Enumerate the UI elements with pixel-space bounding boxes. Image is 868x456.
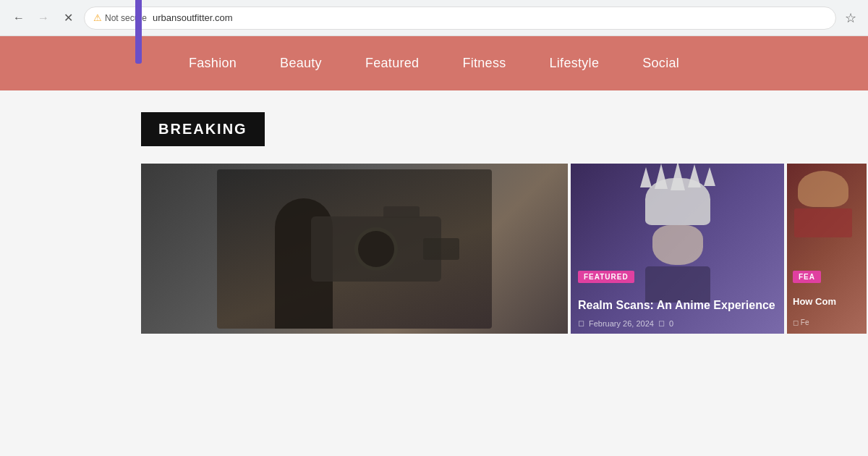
camera-top	[383, 206, 420, 218]
figure-overlay	[141, 164, 568, 334]
card2-title: Realm Scans: An Anime Experience	[578, 298, 777, 313]
nav-item-lifestyle[interactable]: Lifestyle	[550, 56, 600, 71]
nav-item-fashion[interactable]: Fashion	[189, 56, 237, 71]
card3-date-text: Fe	[801, 318, 809, 326]
content-area: BREAKING	[0, 90, 868, 334]
card3-date-icon: ◻	[793, 318, 799, 326]
nav-item-fitness[interactable]: Fitness	[462, 56, 506, 71]
url-text: urbansoutfitter.com	[153, 12, 233, 23]
anime-character	[627, 167, 728, 283]
card-tertiary[interactable]: FEA How Com ◻ Fe	[787, 164, 867, 334]
breaking-label: BREAKING	[141, 112, 265, 146]
anime-face	[652, 225, 703, 265]
card3-face	[798, 171, 848, 207]
arrow-annotation	[127, 0, 150, 64]
close-button[interactable]: ✕	[58, 8, 78, 28]
card2-date: ◻ February 26, 2024 ◻ 0	[578, 318, 673, 328]
warning-icon: ⚠	[93, 12, 102, 23]
card3-badge: FEA	[793, 271, 821, 283]
card-main-bg	[141, 164, 568, 334]
card-secondary-bg: FEATURED Realm Scans: An Anime Experienc…	[571, 164, 784, 334]
nav-buttons: ← → ✕	[9, 8, 78, 28]
annotation-wrapper: Fashion Beauty Featured Fitness Lifestyl…	[0, 36, 868, 334]
card2-count-icon: ◻	[658, 318, 665, 328]
nav-item-featured[interactable]: Featured	[365, 56, 419, 71]
nav-item-beauty[interactable]: Beauty	[280, 56, 322, 71]
forward-button[interactable]: →	[33, 8, 54, 28]
camera-body-right	[423, 238, 459, 260]
card-secondary[interactable]: FEATURED Realm Scans: An Anime Experienc…	[571, 164, 784, 334]
card3-date: ◻ Fe	[793, 318, 809, 326]
featured-badge: FEATURED	[578, 271, 634, 283]
nav-item-social[interactable]: Social	[642, 56, 679, 71]
camera-scene	[217, 169, 492, 329]
card3-figure	[787, 171, 867, 287]
calendar-icon: ◻	[578, 318, 584, 328]
address-bar[interactable]: ⚠ Not secure urbansoutfitter.com	[84, 7, 836, 30]
camera-lens	[354, 227, 398, 271]
arrow-shaft	[135, 0, 142, 64]
anime-body	[645, 266, 710, 303]
hair-spikes	[642, 167, 714, 190]
cards-row: FEATURED Realm Scans: An Anime Experienc…	[141, 164, 868, 334]
card2-date-text: February 26, 2024	[589, 319, 654, 328]
card3-body	[794, 208, 852, 237]
card-main[interactable]	[141, 164, 568, 334]
bookmark-button[interactable]: ☆	[842, 7, 859, 29]
card2-count: 0	[669, 319, 673, 328]
back-button[interactable]: ←	[9, 8, 29, 28]
card3-title: How Com	[793, 296, 863, 308]
